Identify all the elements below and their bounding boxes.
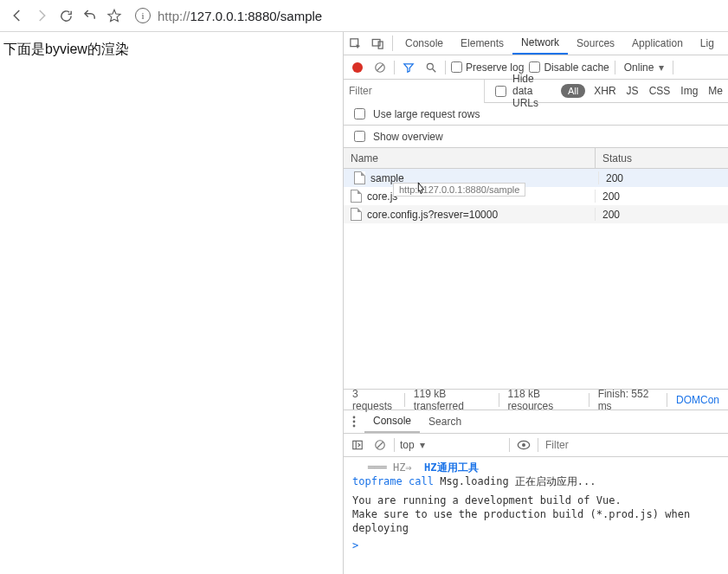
request-url-tooltip: http://127.0.0.1:8880/sample [393, 183, 525, 197]
console-filter-input[interactable] [544, 438, 723, 452]
summary-transferred: 119 kB transferred [405, 388, 499, 412]
drawer-tab-search[interactable]: Search [420, 410, 470, 433]
file-icon [351, 208, 362, 221]
svg-point-9 [353, 425, 356, 428]
network-filter-input[interactable] [344, 80, 485, 103]
request-status: 200 [596, 209, 728, 221]
console-log-line: Msg.loading 正在启动应用... [440, 475, 596, 487]
undo-button[interactable] [78, 3, 102, 28]
site-info-icon[interactable]: i [135, 8, 151, 23]
device-toggle-icon[interactable] [366, 32, 389, 55]
filter-type-js[interactable]: JS [622, 85, 644, 97]
console-drawer-tabs: Console Search [344, 410, 728, 434]
column-header-name[interactable]: Name [344, 148, 596, 168]
filter-type-media[interactable]: Me [703, 85, 728, 97]
filter-type-img[interactable]: Img [675, 85, 703, 97]
network-table: Name Status sample 200 core.js 200 core.… [344, 148, 728, 390]
tab-console[interactable]: Console [396, 32, 452, 55]
console-sidebar-toggle-icon[interactable] [349, 436, 366, 454]
search-icon[interactable] [422, 59, 440, 76]
filter-type-xhr[interactable]: XHR [589, 85, 621, 97]
address-bar[interactable]: http://127.0.0.1:8880/sample [158, 9, 322, 23]
drawer-tab-console[interactable]: Console [364, 410, 420, 433]
bookmark-button[interactable] [102, 3, 126, 28]
url-host-path: 127.0.0.1:8880/sample [190, 9, 323, 23]
request-status: 200 [599, 172, 725, 184]
console-log-title: HZ通用工具 [424, 461, 478, 474]
network-summary: 3 requests 119 kB transferred 118 kB res… [344, 390, 728, 410]
context-select[interactable]: top [400, 439, 504, 451]
browser-toolbar: i http://127.0.0.1:8880/sample [0, 0, 728, 32]
console-clear-icon[interactable] [371, 436, 389, 454]
tab-lighthouse[interactable]: Lig [692, 32, 723, 55]
svg-line-6 [433, 68, 436, 72]
svg-point-5 [427, 63, 433, 69]
svg-line-13 [377, 442, 383, 448]
reload-button[interactable] [54, 3, 78, 28]
filter-toggle-icon[interactable] [400, 59, 417, 76]
table-row[interactable]: core.config.js?resver=10000 200 [344, 205, 728, 223]
devtools-tabs: Console Elements Network Sources Applica… [344, 32, 728, 55]
inspect-element-icon[interactable] [344, 32, 366, 55]
console-prompt[interactable]: > [352, 535, 719, 552]
svg-point-8 [353, 421, 356, 423]
option-show-overview[interactable]: Show overview [344, 126, 728, 148]
summary-requests: 3 requests [344, 388, 404, 412]
console-output: ═══ HZ⇒ HZ通用工具 topframe call Msg.loading… [344, 457, 728, 574]
devtools-panel: Console Elements Network Sources Applica… [343, 32, 728, 574]
throttling-select[interactable]: Online [621, 60, 668, 75]
svg-point-15 [522, 443, 525, 447]
console-toolbar: top [344, 434, 728, 457]
option-large-rows[interactable]: Use large request rows [344, 103, 728, 126]
drawer-menu-icon[interactable] [344, 410, 364, 433]
summary-finish: Finish: 552 ms [589, 388, 667, 412]
record-button[interactable] [349, 59, 366, 76]
tab-application[interactable]: Application [623, 32, 692, 55]
forward-button[interactable] [29, 3, 54, 28]
live-expression-icon[interactable] [515, 436, 532, 454]
tab-elements[interactable]: Elements [452, 32, 512, 55]
disable-cache-checkbox[interactable]: Disable cache [529, 61, 609, 74]
page-viewport: 下面是byview的渲染 [0, 32, 343, 574]
column-header-status[interactable]: Status [596, 148, 728, 168]
request-status: 200 [596, 190, 728, 203]
preserve-log-checkbox[interactable]: Preserve log [451, 61, 524, 74]
url-protocol: http:// [158, 9, 190, 23]
tab-network[interactable]: Network [512, 32, 568, 55]
filter-type-all[interactable]: All [561, 84, 585, 98]
file-icon [351, 190, 362, 203]
tab-sources[interactable]: Sources [568, 32, 623, 55]
request-name: core.config.js?resver=10000 [367, 209, 498, 221]
console-log-line: You are running a development build of V… [352, 493, 719, 507]
summary-resources: 118 kB resources [499, 388, 589, 412]
network-filter-bar: Hide data URLs All XHR JS CSS Img Me [344, 80, 728, 103]
page-body-text: 下面是byview的渲染 [3, 41, 339, 59]
file-icon [354, 171, 365, 184]
svg-line-4 [377, 64, 383, 70]
console-log-line: Make sure to use the production build (*… [352, 507, 719, 535]
clear-button[interactable] [371, 59, 389, 76]
filter-type-css[interactable]: CSS [644, 85, 676, 97]
svg-point-7 [353, 416, 356, 419]
back-button[interactable] [5, 3, 29, 28]
summary-domcontent: DOMCon [667, 394, 728, 406]
